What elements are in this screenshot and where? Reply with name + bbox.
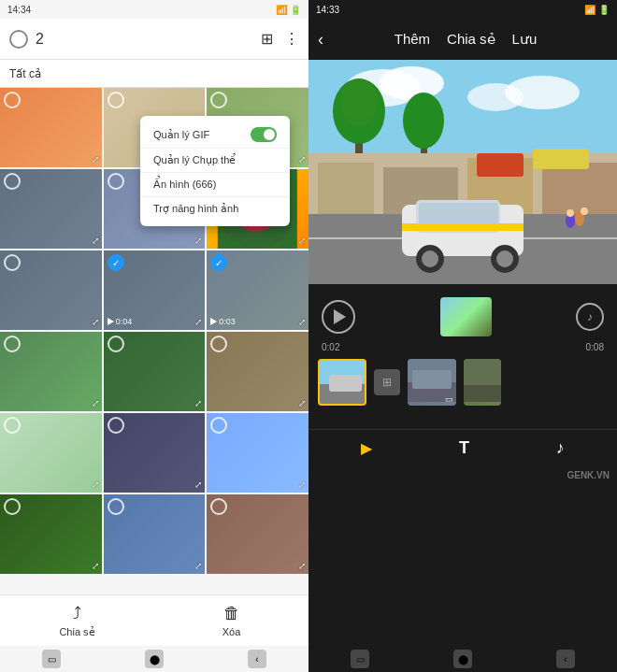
sound-icon: ♪ [587, 310, 593, 323]
expand-icon[interactable]: ⤢ [298, 479, 306, 490]
expand-icon[interactable]: ⤢ [92, 236, 99, 246]
cell-checkbox[interactable] [4, 254, 21, 271]
expand-icon[interactable]: ⤢ [194, 561, 202, 571]
bottom-tools: ▶ T ♪ [308, 429, 617, 466]
toggle-gif[interactable] [251, 127, 277, 142]
cell-checkbox[interactable] [210, 417, 227, 434]
expand-icon[interactable]: ⤢ [298, 398, 306, 408]
track-clip-icon[interactable]: ⊞ [374, 369, 400, 395]
album-icon[interactable]: ⊞ [261, 30, 273, 48]
watermark: GENK.VN [567, 470, 610, 480]
cell-checkbox[interactable] [4, 498, 21, 515]
dropdown-item-accessibility[interactable]: Trợ năng hình ảnh [140, 197, 290, 221]
svg-point-24 [496, 250, 513, 267]
cell-checkbox[interactable] [108, 336, 124, 352]
grid-cell[interactable]: ⤢ [207, 332, 308, 411]
expand-icon[interactable]: ⤢ [92, 317, 99, 327]
cell-checkbox[interactable] [108, 92, 124, 108]
track-clip-3[interactable] [464, 359, 501, 406]
nav-back-right[interactable]: ‹ [556, 650, 575, 668]
expand-icon[interactable]: ⤢ [298, 154, 306, 164]
expand-icon[interactable]: ⤢ [92, 398, 99, 408]
grid-cell[interactable]: ⤢ [0, 88, 102, 167]
share-label: Chia sẻ [59, 626, 94, 638]
nav-back[interactable]: ‹ [248, 650, 266, 668]
dropdown-item-capture[interactable]: Quản lý Chụp thể [140, 149, 290, 173]
cell-checkbox[interactable] [4, 417, 21, 434]
dropdown-accessibility-label: Trợ năng hình ảnh [153, 203, 238, 214]
delete-action[interactable]: 🗑 Xóa [154, 598, 308, 643]
svg-rect-35 [329, 375, 362, 392]
grid-cell[interactable]: ⤢ [0, 169, 102, 249]
grid-cell[interactable]: ⤢ [104, 413, 206, 493]
dropdown-menu: Quản lý GIF Quản lý Chụp thể Ẩn hình (66… [140, 116, 290, 226]
track-item-container-4 [464, 359, 501, 406]
nav-recent-apps[interactable]: ▭ [42, 650, 61, 668]
svg-point-32 [567, 209, 574, 217]
expand-icon[interactable]: ⤢ [194, 317, 202, 327]
music-tool-button[interactable]: ♪ [556, 438, 565, 458]
sound-button[interactable]: ♪ [576, 303, 604, 331]
select-all-checkbox[interactable] [9, 30, 28, 49]
svg-point-11 [403, 93, 444, 149]
grid-cell-checked[interactable]: ✓ 0:04 ⤢ [104, 250, 206, 330]
expand-icon[interactable]: ⤢ [92, 479, 99, 490]
grid-cell[interactable]: ⤢ [0, 413, 102, 493]
cell-checkbox-checked[interactable]: ✓ [108, 254, 124, 271]
play-tool-icon: ▶ [361, 439, 372, 457]
cell-checkbox[interactable] [4, 92, 21, 108]
grid-cell[interactable]: ⤢ [0, 332, 102, 411]
play-button[interactable] [322, 300, 355, 334]
expand-icon[interactable]: ⤢ [298, 561, 306, 571]
track-clip-1[interactable] [318, 359, 366, 406]
nav-home[interactable]: ⬤ [145, 650, 164, 668]
play-tool-button[interactable]: ▶ [361, 439, 372, 457]
cell-checkbox[interactable] [210, 498, 227, 515]
dropdown-item-gif[interactable]: Quản lý GIF [140, 122, 290, 149]
dropdown-capture-label: Quản lý Chụp thể [153, 154, 236, 165]
expand-icon[interactable]: ⤢ [194, 236, 202, 246]
grid-cell[interactable]: ⤢ [104, 332, 206, 411]
grid-cell[interactable]: ⤢ [0, 494, 102, 574]
right-panel: 14:33 📶 🔋 ‹ Thêm Chia sẻ Lưu [308, 0, 617, 672]
thumb-image [440, 297, 492, 336]
music-tool-icon: ♪ [556, 438, 565, 458]
track-clip-thumbnail-3 [464, 359, 501, 402]
cell-checkbox[interactable] [210, 336, 227, 352]
luu-button[interactable]: Lưu [512, 31, 538, 48]
chiase-button[interactable]: Chia sẻ [447, 31, 495, 48]
text-tool-button[interactable]: T [459, 438, 469, 458]
dropdown-item-hidden[interactable]: Ẩn hình (666) [140, 173, 290, 197]
cell-checkbox[interactable] [4, 336, 21, 352]
grid-cell[interactable]: ⤢ [104, 494, 206, 574]
nav-recent-apps-right[interactable]: ▭ [351, 650, 369, 668]
expand-icon[interactable]: ⤢ [92, 561, 99, 571]
cell-checkbox[interactable] [210, 92, 227, 108]
cell-checkbox[interactable] [108, 173, 124, 190]
cell-checkbox-checked[interactable]: ✓ [210, 254, 227, 271]
left-toolbar-left: 2 [9, 30, 44, 49]
cell-checkbox[interactable] [4, 173, 21, 190]
svg-rect-40 [464, 385, 501, 402]
timeline-thumbnail [440, 297, 492, 336]
track-clip-2[interactable]: ▭ [408, 359, 456, 406]
expand-icon[interactable]: ⤢ [194, 398, 202, 408]
grid-cell[interactable]: ⤢ [207, 413, 308, 493]
right-toolbar: ‹ Thêm Chia sẻ Lưu [308, 19, 617, 60]
expand-icon[interactable]: ⤢ [194, 479, 202, 490]
grid-cell[interactable]: ⤢ [0, 250, 102, 330]
them-button[interactable]: Thêm [395, 31, 430, 48]
svg-point-9 [340, 79, 378, 125]
expand-icon[interactable]: ⤢ [298, 317, 306, 327]
grid-cell[interactable]: ⤢ [207, 494, 308, 574]
cell-checkbox[interactable] [108, 417, 124, 434]
nav-home-right[interactable]: ⬤ [453, 650, 472, 668]
cell-checkbox[interactable] [108, 498, 124, 515]
expand-icon[interactable]: ⤢ [298, 236, 306, 246]
more-menu-icon[interactable]: ⋮ [284, 30, 299, 48]
grid-cell-checked2[interactable]: ✓ 0:03 ⤢ [207, 250, 308, 330]
share-action[interactable]: ⤴ Chia sẻ [0, 598, 154, 644]
expand-icon[interactable]: ⤢ [92, 154, 99, 164]
right-status-icons: 📶 🔋 [584, 5, 610, 15]
track-item-container-2: ⊞ [374, 369, 400, 395]
